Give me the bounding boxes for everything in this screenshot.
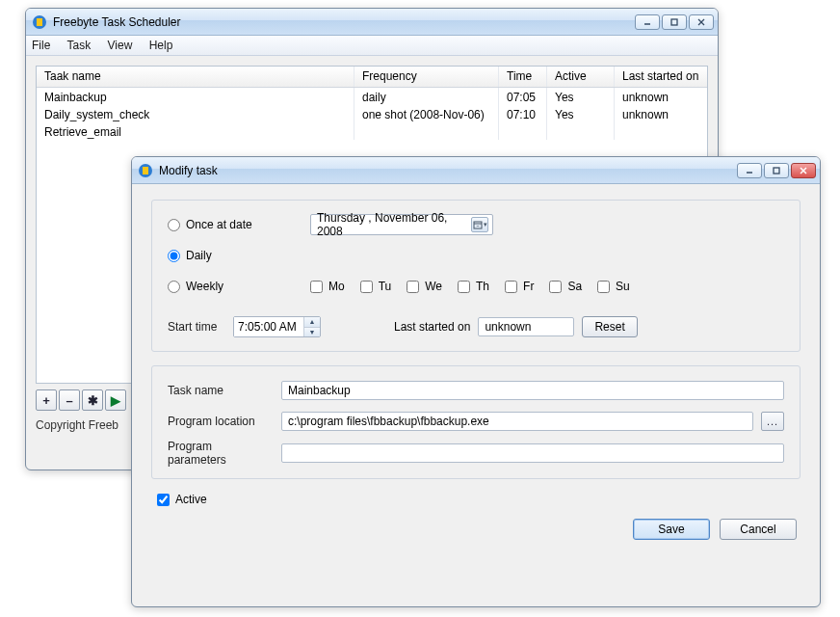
cell-name: Retrieve_email (37, 122, 354, 140)
daily-radio[interactable]: Daily (168, 249, 212, 262)
once-label: Once at date (186, 218, 252, 231)
task-name-label: Task name (168, 384, 274, 397)
list-header: Taak name Frequency Time Active Last sta… (37, 67, 707, 88)
cell-last: unknown (615, 88, 707, 105)
menubar: File Task View Help (26, 36, 718, 56)
dialog-buttons: Save Cancel (151, 513, 801, 542)
cell-freq: daily (354, 88, 499, 105)
browse-button[interactable]: ... (761, 412, 784, 431)
start-time-label: Start time (168, 320, 225, 334)
close-button[interactable] (689, 14, 714, 30)
menu-view[interactable]: View (108, 39, 133, 52)
maximize-button[interactable] (662, 14, 687, 30)
day-mo[interactable]: Mo (310, 280, 345, 293)
program-location-input[interactable] (281, 412, 753, 431)
cell-last (615, 122, 707, 140)
schedule-group: Once at date Thursday , November 06, 200… (151, 200, 801, 352)
start-time-input[interactable] (234, 317, 303, 336)
col-time[interactable]: Time (499, 67, 547, 87)
col-last-started[interactable]: Last started on (615, 67, 707, 87)
calendar-icon[interactable]: ▾ (471, 217, 488, 232)
weekly-label: Weekly (186, 280, 223, 293)
maximize-button[interactable] (764, 163, 789, 178)
cell-time: 07:10 (499, 105, 547, 122)
cell-last: unknown (615, 105, 707, 122)
start-time-spinner[interactable]: ▲▼ (233, 316, 321, 337)
main-titlebar[interactable]: Freebyte Task Scheduler (26, 9, 718, 36)
save-button[interactable]: Save (633, 519, 710, 540)
day-sa[interactable]: Sa (549, 280, 582, 293)
col-name[interactable]: Taak name (37, 67, 354, 87)
play-button[interactable]: ▶ (105, 389, 126, 411)
app-icon (138, 163, 153, 178)
cell-active: Yes (547, 105, 615, 122)
modify-task-dialog: Modify task Once at date Thursday , Nove… (131, 156, 821, 607)
remove-button[interactable]: – (59, 389, 80, 411)
main-title: Freebyte Task Scheduler (53, 15, 635, 29)
date-value: Thursday , November 06, 2008 (317, 211, 471, 238)
note-button[interactable]: ✱ (82, 389, 103, 411)
weekly-radio[interactable]: Weekly (168, 280, 302, 293)
table-row[interactable]: Retrieve_email (37, 122, 707, 140)
spin-up-icon[interactable]: ▲ (304, 317, 320, 328)
cell-active: Yes (547, 88, 615, 105)
task-name-input[interactable] (281, 381, 784, 400)
last-started-label: Last started on (394, 320, 470, 334)
reset-button[interactable]: Reset (582, 316, 637, 337)
cell-name: Daily_system_check (37, 105, 354, 122)
day-su[interactable]: Su (597, 280, 630, 293)
modal-client: Once at date Thursday , November 06, 200… (132, 184, 820, 553)
task-group: Task name Program location ... Program p… (151, 365, 801, 479)
svg-rect-9 (774, 168, 779, 174)
day-th[interactable]: Th (458, 280, 489, 293)
cancel-button[interactable]: Cancel (720, 519, 797, 540)
cell-time: 07:05 (499, 88, 547, 105)
app-icon (32, 14, 47, 30)
cell-time (499, 122, 547, 140)
minimize-button[interactable] (737, 163, 762, 178)
svg-rect-3 (671, 19, 677, 25)
spin-down-icon[interactable]: ▼ (304, 328, 320, 337)
table-row[interactable]: Mainbackup daily 07:05 Yes unknown (37, 88, 707, 105)
cell-active (547, 122, 615, 140)
col-active[interactable]: Active (547, 67, 615, 87)
svg-rect-7 (143, 167, 148, 174)
weekday-checks: Mo Tu We Th Fr Sa Su (310, 280, 630, 293)
table-row[interactable]: Daily_system_check one shot (2008-Nov-06… (37, 105, 707, 122)
day-fr[interactable]: Fr (505, 280, 534, 293)
cell-name: Mainbackup (37, 88, 354, 105)
menu-file[interactable]: File (32, 39, 50, 52)
once-radio[interactable]: Once at date (168, 218, 302, 231)
last-started-field[interactable] (478, 317, 574, 336)
program-params-input[interactable] (281, 443, 784, 463)
date-picker[interactable]: Thursday , November 06, 2008 ▾ (310, 214, 493, 235)
modal-title: Modify task (159, 164, 737, 177)
svg-rect-12 (474, 222, 482, 228)
col-frequency[interactable]: Frequency (354, 67, 499, 87)
menu-help[interactable]: Help (149, 39, 173, 52)
svg-rect-1 (37, 18, 42, 26)
cell-freq: one shot (2008-Nov-06) (354, 105, 499, 122)
day-we[interactable]: We (407, 280, 442, 293)
minimize-button[interactable] (635, 14, 660, 30)
close-button[interactable] (791, 163, 816, 178)
program-params-label: Program parameters (168, 440, 274, 467)
add-button[interactable]: + (36, 389, 57, 411)
active-checkbox[interactable]: Active (157, 493, 207, 506)
day-tu[interactable]: Tu (360, 280, 392, 293)
menu-task[interactable]: Task (66, 39, 91, 52)
daily-label: Daily (186, 249, 212, 262)
active-label: Active (175, 493, 207, 506)
program-location-label: Program location (168, 415, 274, 428)
cell-freq (354, 122, 499, 140)
modal-titlebar[interactable]: Modify task (132, 157, 820, 184)
svg-marker-14 (476, 226, 480, 227)
